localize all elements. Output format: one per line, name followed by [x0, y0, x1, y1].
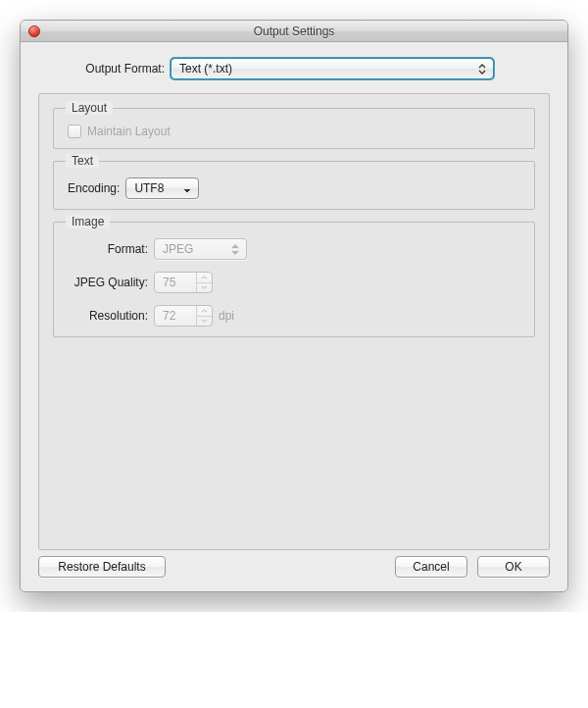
layout-legend: Layout — [66, 101, 113, 115]
image-format-row: Format: JPEG — [68, 238, 520, 260]
cancel-button[interactable]: Cancel — [395, 556, 467, 578]
resolution-value: 72 — [163, 309, 175, 323]
content-area: Output Format: Text (*.txt) Layout Maint… — [21, 42, 567, 591]
encoding-label: Encoding: — [68, 181, 125, 195]
text-group: Text Encoding: UTF8 — [53, 161, 535, 210]
chevron-down-icon — [181, 180, 193, 196]
layout-group: Layout Maintain Layout — [53, 108, 535, 149]
resolution-unit: dpi — [219, 309, 234, 323]
restore-defaults-button[interactable]: Restore Defaults — [38, 556, 166, 578]
stepper-icon — [196, 306, 212, 326]
updown-icon — [476, 61, 488, 76]
text-legend: Text — [66, 154, 99, 168]
jpeg-quality-row: JPEG Quality: 75 — [68, 272, 520, 293]
output-format-select[interactable]: Text (*.txt) — [171, 58, 494, 79]
output-format-label: Output Format: — [38, 62, 171, 76]
window-title: Output Settings — [254, 25, 335, 38]
image-format-value: JPEG — [163, 242, 193, 256]
settings-group-area: Layout Maintain Layout Text Encoding: UT… — [38, 93, 550, 550]
encoding-select[interactable]: UTF8 — [125, 177, 199, 199]
cancel-label: Cancel — [413, 560, 449, 574]
image-legend: Image — [66, 215, 110, 228]
image-format-label: Format: — [68, 242, 154, 256]
maintain-layout-row: Maintain Layout — [68, 125, 520, 138]
resolution-row: Resolution: 72 dpi — [68, 305, 520, 327]
output-format-row: Output Format: Text (*.txt) — [38, 58, 550, 79]
spacer — [53, 349, 535, 535]
jpeg-quality-value: 75 — [163, 276, 175, 289]
encoding-value: UTF8 — [134, 181, 164, 195]
titlebar: Output Settings — [21, 21, 567, 42]
ok-label: OK — [505, 560, 521, 574]
close-icon[interactable] — [28, 25, 40, 37]
resolution-stepper: 72 — [154, 305, 213, 327]
footer: Restore Defaults Cancel OK — [38, 550, 550, 578]
maintain-layout-checkbox[interactable] — [68, 125, 81, 138]
jpeg-quality-stepper: 75 — [154, 272, 213, 293]
output-format-value: Text (*.txt) — [179, 62, 232, 76]
stepper-icon — [196, 273, 212, 292]
image-format-select: JPEG — [154, 238, 247, 260]
encoding-row: Encoding: UTF8 — [68, 177, 520, 199]
image-group: Image Format: JPEG JPEG Quality: 75 — [53, 222, 535, 337]
maintain-layout-label: Maintain Layout — [87, 125, 171, 138]
updown-icon — [229, 241, 241, 257]
restore-defaults-label: Restore Defaults — [58, 560, 145, 574]
output-settings-window: Output Settings Output Format: Text (*.t… — [20, 20, 568, 592]
resolution-label: Resolution: — [68, 309, 154, 323]
jpeg-quality-label: JPEG Quality: — [68, 276, 154, 289]
ok-button[interactable]: OK — [477, 556, 550, 578]
